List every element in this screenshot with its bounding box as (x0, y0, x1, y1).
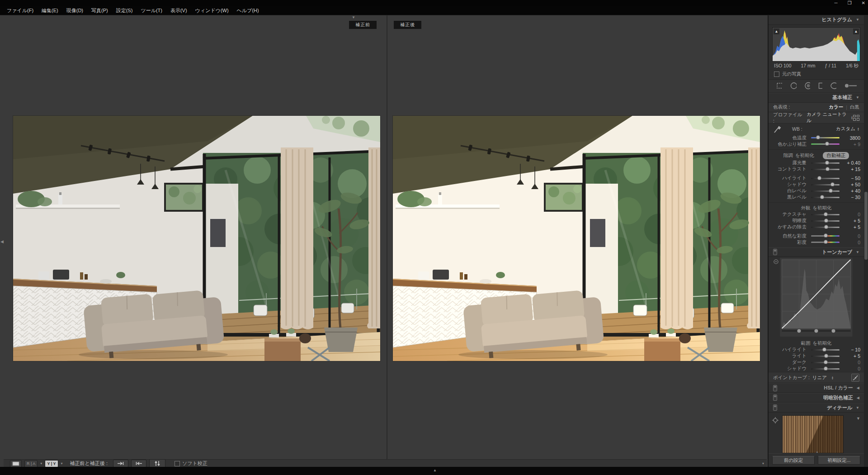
split-toning-collapse-icon: ◀ (857, 396, 859, 400)
close-icon[interactable]: ✕ (862, 0, 865, 6)
tone-curve-toggle-icon[interactable] (773, 249, 777, 255)
arrow-left-bar-icon (135, 461, 142, 466)
detail-panel-header[interactable]: ディテール ▼ (769, 403, 864, 413)
histogram[interactable]: ▲ ▲ (772, 27, 860, 62)
treatment-color-button[interactable]: カラー (829, 104, 843, 110)
adjustment-brush-tool-icon[interactable] (844, 82, 857, 90)
whites-slider[interactable] (811, 190, 840, 192)
tone-curve-panel-header[interactable]: トーンカーブ ▼ (769, 247, 864, 257)
copy-before-to-after-button[interactable] (113, 460, 128, 467)
spot-removal-tool-icon[interactable] (790, 82, 797, 90)
tone-reset-button[interactable]: を初期化 (795, 152, 814, 159)
tone-curve-collapse-icon: ▼ (856, 250, 859, 254)
profile-browser-icon[interactable] (853, 115, 859, 121)
detail-preview-image[interactable] (782, 415, 844, 453)
tone-curve-editor[interactable] (772, 258, 860, 338)
detail-preview-collapse-icon[interactable]: ▼ (856, 416, 860, 421)
curve-darks-slider[interactable] (811, 362, 840, 363)
before-image[interactable] (13, 116, 380, 361)
before-after-view-button[interactable]: Y | Y (45, 460, 58, 467)
wb-stepper-icon[interactable]: ▲▼ (857, 127, 859, 131)
curve-region-reset-button[interactable]: を初期化 (812, 340, 831, 347)
reference-view-caret-icon[interactable]: ▾ (40, 461, 42, 466)
detail-toggle-icon[interactable] (773, 404, 777, 411)
menu-item-file[interactable]: ファイル(F) (3, 6, 38, 15)
detail-target-icon[interactable] (772, 417, 778, 423)
arrow-right-bar-icon (117, 461, 124, 466)
point-curve-stepper-icon[interactable]: ▲▼ (831, 376, 834, 380)
soft-proof-checkbox[interactable] (175, 461, 180, 466)
contrast-slider[interactable] (811, 169, 840, 170)
exposure-slider[interactable] (811, 162, 840, 164)
right-panel-scrollbar[interactable] (864, 15, 868, 467)
shadows-slider[interactable] (811, 184, 840, 185)
basic-panel-header[interactable]: 基本補正 ▼ (769, 93, 864, 103)
reference-view-button[interactable]: R | A (24, 460, 38, 467)
copy-after-to-before-button[interactable] (131, 460, 146, 467)
maximize-icon[interactable]: ❐ (848, 0, 852, 6)
temp-slider[interactable] (811, 137, 840, 138)
texture-label: テクスチャ (772, 211, 809, 218)
highlights-slider[interactable] (811, 178, 840, 179)
previous-settings-button[interactable]: 前の設定 (772, 456, 815, 465)
treatment-bw-button[interactable]: 白黒 (850, 104, 859, 110)
hsl-color-toggle-icon[interactable] (773, 385, 777, 391)
hsl-color-panel-header[interactable]: HSL / カラー ◀ (769, 383, 864, 393)
curve-highlights-slider[interactable] (811, 349, 840, 351)
reset-settings-button[interactable]: 初期設定... (818, 456, 860, 465)
targeted-adjustment-icon[interactable] (773, 259, 779, 265)
tint-value: + 9 (841, 142, 860, 147)
minimize-icon[interactable]: ─ (835, 0, 838, 6)
clarity-slider[interactable] (811, 220, 840, 222)
curve-shadows-slider[interactable] (811, 368, 840, 370)
dehaze-slider[interactable] (811, 227, 840, 228)
crop-tool-icon[interactable] (776, 82, 782, 90)
blacks-slider[interactable] (811, 197, 840, 198)
saturation-slider[interactable] (811, 242, 840, 243)
tint-slider[interactable] (811, 143, 840, 145)
wb-value[interactable]: カスタム (836, 126, 855, 132)
graduated-filter-tool-icon[interactable] (818, 82, 822, 90)
after-image[interactable] (393, 116, 760, 361)
menu-item-window[interactable]: ウィンドウ(W) (191, 6, 233, 15)
split-toning-toggle-icon[interactable] (773, 394, 777, 401)
split-toning-panel-header[interactable]: 明暗別色補正 ◀ (769, 393, 864, 403)
histogram-panel-header[interactable]: ヒストグラム ▼ (769, 15, 864, 25)
after-label: 補正後 (394, 21, 421, 29)
wb-eyedropper-icon[interactable] (773, 124, 782, 134)
menu-item-help[interactable]: ヘルプ(H) (233, 6, 263, 15)
texture-slider[interactable] (811, 214, 840, 215)
original-photo-checkbox[interactable] (774, 71, 779, 77)
curve-lights-slider[interactable] (811, 356, 840, 357)
vibrance-slider[interactable] (811, 235, 840, 237)
highlights-value: − 50 (841, 176, 860, 181)
whites-value: + 40 (841, 188, 860, 194)
loupe-view-button[interactable] (10, 460, 22, 467)
right-panel: ヒストグラム ▼ ▲ ▲ (768, 15, 868, 467)
collapse-top-panel-icon[interactable]: ▼ (352, 15, 355, 19)
hsl-color-title: HSL / カラー (824, 385, 853, 391)
red-eye-tool-icon[interactable] (804, 82, 810, 90)
before-after-caret-icon[interactable]: ▾ (61, 461, 63, 466)
exposure-label: 露光量 (772, 160, 809, 166)
highlight-clipping-icon[interactable]: ▲ (853, 28, 859, 34)
menu-item-view[interactable]: 表示(V) (166, 6, 191, 15)
toolbar-options-caret-icon[interactable]: ▾ (762, 461, 764, 466)
menu-item-develop[interactable]: 現像(D) (62, 6, 87, 15)
menu-item-photo[interactable]: 写真(P) (87, 6, 112, 15)
edit-point-curve-button[interactable] (851, 374, 859, 382)
radial-filter-tool-icon[interactable] (830, 82, 836, 90)
profile-value[interactable]: カメラ ニュートラル (807, 111, 849, 124)
auto-tone-button[interactable]: 自動補正 (823, 152, 849, 159)
point-curve-icon (853, 375, 858, 380)
menu-item-edit[interactable]: 編集(E) (38, 6, 62, 15)
menu-item-settings[interactable]: 設定(S) (112, 6, 137, 15)
presence-reset-button[interactable]: を初期化 (812, 205, 831, 211)
shadow-clipping-icon[interactable]: ▲ (774, 28, 779, 34)
show-filmstrip-icon[interactable]: ▲ (433, 468, 437, 472)
menu-item-tools[interactable]: ツール(T) (137, 6, 166, 15)
scrollbar-thumb[interactable] (864, 192, 868, 260)
point-curve-value[interactable]: リニア (812, 375, 827, 381)
histogram-collapse-icon: ▼ (856, 18, 859, 22)
show-left-panel-icon[interactable]: ◀ (0, 240, 4, 244)
